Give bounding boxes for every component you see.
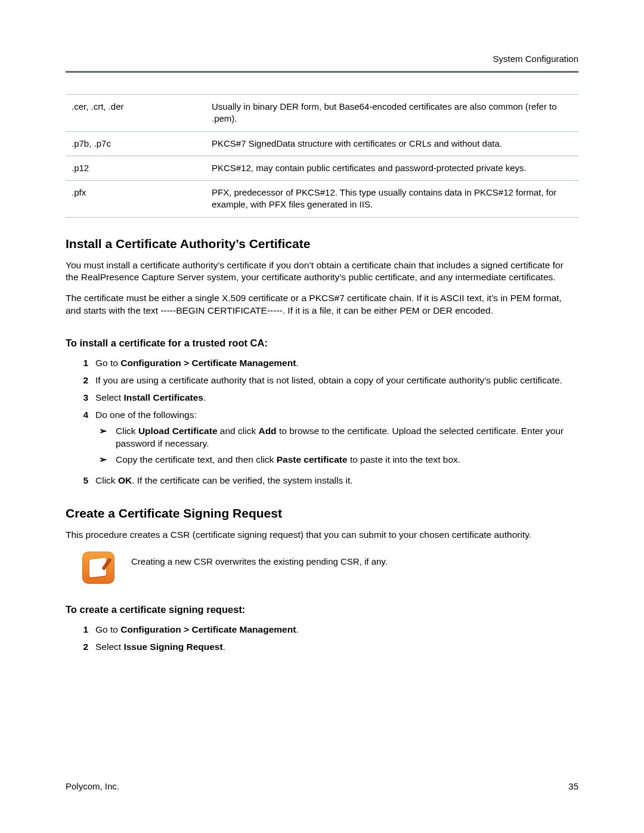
step-number: 5 [66, 475, 95, 487]
text-fragment: to paste it into the text box. [348, 454, 461, 465]
substep-b: ➢ Copy the certificate text, and then cl… [95, 454, 578, 466]
page-footer: Polycom, Inc. 35 [66, 781, 578, 791]
csr-steps: 1 Go to Configuration > Certificate Mana… [66, 624, 578, 654]
step-number: 1 [66, 624, 95, 636]
step-text: Do one of the followings: ➢ Click Upload… [95, 409, 578, 470]
step-text: Go to Configuration > Certificate Manage… [95, 624, 578, 636]
install-heading: Install a Certificate Authority’s Certif… [66, 237, 578, 251]
install-paragraph-1: You must install a certificate authority… [66, 259, 578, 284]
table-row: .cer, .crt, .der Usually in binary DER f… [66, 95, 578, 132]
step-number: 3 [66, 392, 95, 404]
csr-task-heading: To create a certificate signing request: [66, 604, 578, 615]
step-text: Select Issue Signing Request. [95, 641, 578, 654]
step-4: 4 Do one of the followings: ➢ Click Uplo… [66, 409, 578, 470]
bold-text: OK [118, 475, 132, 485]
footer-company: Polycom, Inc. [66, 781, 119, 791]
text-fragment: Go to [95, 358, 120, 368]
header-rule [66, 71, 578, 73]
substep-text: Copy the certificate text, and then clic… [116, 454, 578, 466]
text-fragment: Click [95, 475, 118, 485]
desc-cell: PKCS#12, may contain public certificates… [206, 156, 578, 180]
step-3: 3 Select Install Certificates. [66, 392, 578, 404]
step-1: 1 Go to Configuration > Certificate Mana… [66, 624, 578, 636]
csr-heading: Create a Certificate Signing Request [66, 506, 578, 521]
install-steps: 1 Go to Configuration > Certificate Mana… [66, 357, 578, 487]
step-text: If you are using a certificate authority… [95, 374, 578, 387]
step-number: 1 [66, 357, 95, 370]
bold-text: Upload Certificate [138, 426, 218, 436]
bold-text: Install Certificates [123, 392, 203, 402]
step-number: 2 [66, 641, 95, 654]
step-1: 1 Go to Configuration > Certificate Mana… [66, 357, 578, 370]
text-fragment: Select [95, 392, 123, 402]
step-text: Click OK. If the certificate can be veri… [95, 475, 578, 487]
step-text: Go to Configuration > Certificate Manage… [95, 357, 578, 370]
note-text: Creating a new CSR overwrites the existi… [131, 552, 388, 568]
text-fragment: . [296, 624, 298, 634]
ext-cell: .cer, .crt, .der [66, 95, 206, 132]
text-fragment: Select [95, 642, 123, 652]
ext-cell: .pfx [66, 181, 206, 218]
text-fragment: and click [218, 426, 259, 436]
bold-text: Paste certificate [277, 454, 348, 465]
arrow-icon: ➢ [95, 454, 116, 466]
arrow-icon: ➢ [95, 425, 116, 450]
bold-text: Configuration > Certificate Management [120, 624, 296, 634]
text-fragment: Click [116, 426, 138, 436]
text-fragment: Do one of the followings: [95, 410, 197, 420]
step-number: 4 [66, 409, 95, 470]
table-row: .p7b, .p7c PKCS#7 SignedData structure w… [66, 131, 578, 156]
document-page: System Configuration .cer, .crt, .der Us… [0, 0, 644, 833]
ext-cell: .p12 [66, 156, 206, 180]
step-text: Select Install Certificates. [95, 392, 578, 404]
note-icon [82, 552, 114, 584]
step-number: 2 [66, 374, 95, 387]
text-fragment: Copy the certificate text, and then clic… [116, 454, 277, 465]
step-2: 2 Select Issue Signing Request. [66, 641, 578, 654]
text-fragment: . [296, 358, 298, 368]
substeps: ➢ Click Upload Certificate and click Add… [95, 425, 578, 466]
substep-text: Click Upload Certificate and click Add t… [116, 425, 578, 450]
step-5: 5 Click OK. If the certificate can be ve… [66, 475, 578, 487]
text-fragment: . If the certificate can be verified, th… [132, 475, 352, 485]
footer-page-number: 35 [568, 781, 578, 791]
table-row: .p12 PKCS#12, may contain public certifi… [66, 156, 578, 180]
desc-cell: PKCS#7 SignedData structure with certifi… [206, 131, 578, 156]
note-block: Creating a new CSR overwrites the existi… [66, 552, 578, 584]
table-row: .pfx PFX, predecessor of PKCS#12. This t… [66, 181, 578, 218]
extension-table: .cer, .crt, .der Usually in binary DER f… [66, 94, 578, 218]
bold-text: Issue Signing Request [123, 642, 222, 652]
desc-cell: PFX, predecessor of PKCS#12. This type u… [206, 181, 578, 218]
install-task-heading: To install a certificate for a trusted r… [66, 337, 578, 349]
csr-paragraph-1: This procedure creates a CSR (certificat… [66, 529, 578, 541]
step-2: 2 If you are using a certificate authori… [66, 374, 578, 387]
bold-text: Configuration > Certificate Management [120, 358, 296, 368]
running-header: System Configuration [66, 54, 578, 64]
desc-cell: Usually in binary DER form, but Base64-e… [206, 95, 578, 132]
bold-text: Add [258, 426, 276, 436]
text-fragment: Go to [95, 624, 120, 634]
substep-a: ➢ Click Upload Certificate and click Add… [95, 425, 578, 450]
install-paragraph-2: The certificate must be either a single … [66, 292, 578, 317]
text-fragment: . [203, 392, 206, 402]
ext-cell: .p7b, .p7c [66, 131, 206, 156]
text-fragment: . [223, 642, 225, 652]
